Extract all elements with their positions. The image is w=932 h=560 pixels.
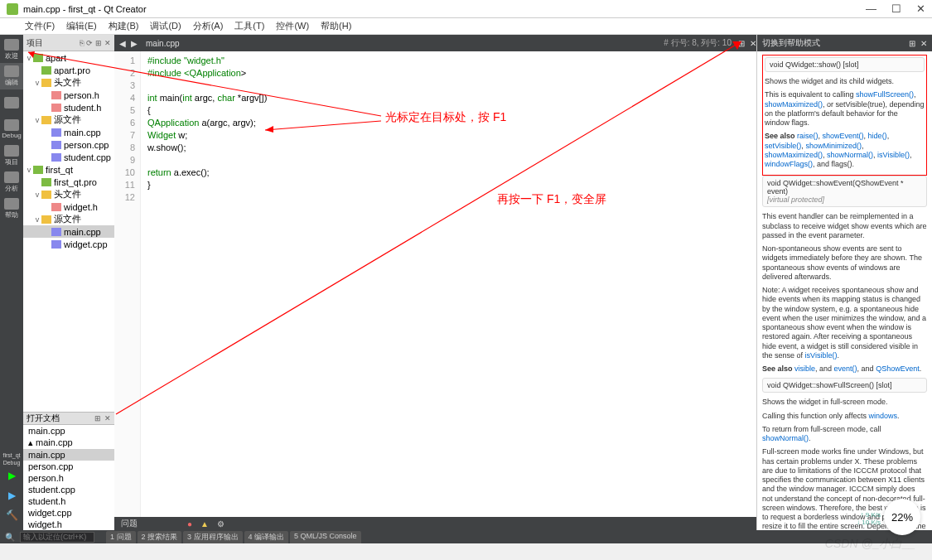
output-tab[interactable]: 3 应用程序输出	[183, 531, 243, 543]
watermark: CSDN @_小白__	[825, 537, 915, 552]
help-text: Shows the widget and its child widgets.	[765, 77, 925, 86]
menu-item[interactable]: 文件(F)	[25, 20, 55, 32]
open-file-item[interactable]: person.cpp	[23, 461, 114, 472]
filter-icon[interactable]: ⚙	[217, 519, 225, 529]
help-link[interactable]: showMinimized()	[805, 142, 862, 150]
locator-input[interactable]	[20, 532, 94, 543]
close-icon[interactable]: ✕	[104, 414, 111, 422]
tree-item[interactable]: student.cpp	[23, 151, 114, 163]
close-editor-icon[interactable]: ✕	[750, 39, 756, 48]
tree-item[interactable]: v头文件	[23, 76, 114, 89]
debug-run-button[interactable]: ▶	[0, 485, 23, 505]
open-documents-list[interactable]: main.cpp▴ main.cppmain.cppperson.cpppers…	[23, 425, 114, 530]
mode-button[interactable]: 编辑	[0, 63, 23, 89]
help-link[interactable]: showNormal()	[762, 434, 809, 442]
split-icon[interactable]: ⊞	[909, 39, 915, 48]
project-tree[interactable]: vapartapart.prov头文件person.hstudent.hv源文件…	[23, 51, 114, 412]
help-content[interactable]: void QWidget::show() [slot] Shows the wi…	[757, 51, 932, 530]
window-title: main.cpp - first_qt - Qt Creator	[23, 4, 147, 14]
mode-button[interactable]: 分析	[0, 169, 23, 196]
open-file-item[interactable]: student.h	[23, 495, 114, 507]
open-file-item[interactable]: widget.cpp	[23, 507, 114, 519]
open-file-item[interactable]: person.h	[23, 472, 114, 484]
tree-item[interactable]: apart.pro	[23, 64, 114, 76]
mode-button[interactable]	[0, 89, 23, 116]
maximize-icon[interactable]: ☐	[891, 2, 901, 15]
close-icon[interactable]: ✕	[916, 2, 925, 15]
menu-item[interactable]: 分析(A)	[193, 20, 224, 32]
help-link[interactable]: showMaximized()	[765, 151, 823, 159]
help-link[interactable]: event()	[834, 364, 857, 373]
menu-item[interactable]: 构建(B)	[109, 20, 139, 32]
close-panel-icon[interactable]: ✕	[104, 39, 111, 47]
output-tab[interactable]: 4 编译输出	[244, 531, 289, 543]
help-link[interactable]: raise()	[797, 132, 819, 140]
menu-item[interactable]: 调试(D)	[150, 20, 181, 32]
tree-item[interactable]: person.h	[23, 89, 114, 101]
menu-item[interactable]: 控件(W)	[276, 20, 309, 32]
open-file-item[interactable]: main.cpp	[23, 449, 114, 461]
tree-item[interactable]: student.h	[23, 101, 114, 113]
mode-button[interactable]: Debug	[0, 116, 23, 142]
run-button[interactable]: ▶	[0, 466, 23, 485]
open-documents-header: 打开文档 ⊞ ✕	[23, 412, 114, 425]
open-file-item[interactable]: student.cpp	[23, 484, 114, 495]
help-link[interactable]: isVisible()	[805, 351, 838, 360]
open-file-item[interactable]: main.cpp	[23, 425, 114, 437]
mode-button[interactable]: 项目	[0, 142, 23, 169]
project-panel-header: 项目 ⎘ ⟳ ⊞ ✕	[23, 35, 114, 51]
sync-icon[interactable]: ⟳	[86, 39, 93, 47]
split-icon[interactable]: ⊞	[94, 414, 101, 422]
locator-icon[interactable]: 🔍	[5, 533, 15, 542]
file-crumb[interactable]: main.cpp	[146, 39, 180, 48]
open-file-item[interactable]: ▴ main.cpp	[23, 437, 114, 449]
close-icon[interactable]: ✕	[920, 39, 927, 48]
tree-item[interactable]: main.cpp	[23, 126, 114, 138]
output-tab[interactable]: 5 QML/JS Console	[290, 531, 361, 543]
help-link[interactable]: showMaximized()	[765, 100, 823, 109]
mode-button[interactable]: 欢迎	[0, 36, 23, 63]
code-editor[interactable]: 123456789101112 #include "widget.h"#incl…	[114, 51, 756, 517]
help-link[interactable]: showNormal()	[827, 151, 873, 159]
menu-bar: 文件(F)编辑(E)构建(B)调试(D)分析(A)工具(T)控件(W)帮助(H)	[0, 18, 932, 35]
tree-item[interactable]: v源文件	[23, 113, 114, 126]
warning-icon[interactable]: ▲	[200, 519, 209, 529]
tree-item[interactable]: widget.cpp	[23, 238, 114, 250]
forward-icon[interactable]: ▶	[131, 39, 138, 48]
tree-item[interactable]: first_qt.pro	[23, 176, 114, 188]
help-link[interactable]: windows	[868, 412, 897, 420]
filter-icon[interactable]: ⎘	[80, 39, 84, 47]
help-header-label[interactable]: 切换到帮助模式	[762, 37, 820, 49]
menu-item[interactable]: 编辑(E)	[66, 20, 97, 32]
help-link[interactable]: showEvent()	[823, 132, 864, 140]
tree-item[interactable]: person.cpp	[23, 138, 114, 151]
tree-item[interactable]: v头文件	[23, 188, 114, 200]
split-icon[interactable]: ⊞	[95, 39, 102, 47]
tree-item[interactable]: vfirst_qt	[23, 163, 114, 176]
code-area[interactable]: #include "widget.h"#include <QApplicatio…	[141, 51, 756, 517]
error-icon[interactable]: ●	[187, 519, 192, 529]
mode-button[interactable]: 帮助	[0, 196, 23, 222]
help-link[interactable]: setVisible()	[765, 142, 801, 150]
menu-item[interactable]: 帮助(H)	[321, 20, 351, 32]
back-icon[interactable]: ◀	[119, 39, 126, 48]
open-file-item[interactable]: widget.h	[23, 519, 114, 530]
tree-item[interactable]: vapart	[23, 51, 114, 64]
tree-item[interactable]: v源文件	[23, 213, 114, 225]
help-link[interactable]: isVisible()	[877, 151, 910, 159]
split-icon[interactable]: ⊞	[738, 39, 745, 48]
menu-item[interactable]: 工具(T)	[234, 20, 264, 32]
help-link[interactable]: hide()	[868, 132, 887, 140]
tree-item[interactable]: widget.h	[23, 200, 114, 213]
tree-item[interactable]: main.cpp	[23, 225, 114, 238]
problems-panel-header[interactable]: 问题 ● ▲ ⚙	[114, 517, 756, 530]
output-tab[interactable]: 1 问题	[106, 531, 136, 543]
output-tab[interactable]: 2 搜索结果	[138, 531, 182, 543]
help-text: This is equivalent to calling showFullSc…	[765, 90, 925, 128]
minimize-icon[interactable]: —	[866, 2, 876, 15]
help-link[interactable]: showFullScreen()	[856, 90, 914, 99]
help-link[interactable]: visible	[794, 364, 815, 373]
help-link[interactable]: QShowEvent	[876, 364, 920, 373]
build-button[interactable]: 🔨	[0, 505, 23, 525]
help-link[interactable]: windowFlags()	[765, 160, 813, 168]
